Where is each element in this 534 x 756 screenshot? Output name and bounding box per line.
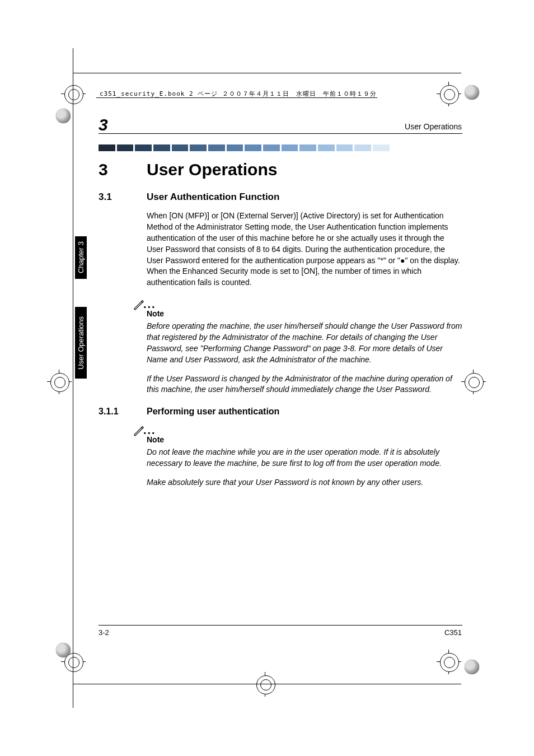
heading-3-number: 3.1.1 xyxy=(99,407,129,417)
footer-page-number: 3-2 xyxy=(99,628,109,637)
note-paragraph: Before operating the machine, the user h… xyxy=(147,321,462,366)
file-line: c351_security_E.book 2 ページ ２００７年４月１１日 水曜… xyxy=(100,90,377,98)
page-content: 3 User Operations 3.1 User Authenticatio… xyxy=(99,160,462,496)
heading-2: 3.1 User Authentication Function xyxy=(99,192,462,203)
dot-icon xyxy=(465,85,479,100)
paragraph: When [ON (MFP)] or [ON (External Server)… xyxy=(147,211,462,288)
heading-2-number: 3.1 xyxy=(99,192,129,203)
heading-1-number: 3 xyxy=(99,160,129,179)
footer-model: C351 xyxy=(444,628,462,637)
note-icon: ... xyxy=(132,296,462,309)
left-trim-rule xyxy=(73,48,73,708)
sidetab-section: User Operations xyxy=(75,307,87,379)
dash-bar xyxy=(99,144,462,151)
heading-1: 3 User Operations xyxy=(99,160,462,179)
dot-icon xyxy=(56,643,71,657)
heading-3-text: Performing user authentication xyxy=(147,407,279,417)
footer-rule xyxy=(99,625,462,626)
sidetab-section-label: User Operations xyxy=(77,312,85,374)
header-chapter-number: 3 xyxy=(99,115,108,134)
regmark-icon xyxy=(47,370,72,394)
note-paragraph: Make absolutely sure that your User Pass… xyxy=(147,477,462,488)
header-running-title: User Operations xyxy=(405,122,462,131)
dot-icon xyxy=(465,660,479,674)
note-paragraph: If the User Password is changed by the A… xyxy=(147,374,462,396)
dot-icon xyxy=(56,109,71,123)
regmark-icon xyxy=(461,370,486,394)
sidetab-chapter-label: Chapter 3 xyxy=(77,237,85,278)
note-icon: ... xyxy=(132,422,462,435)
heading-3: 3.1.1 Performing user authentication xyxy=(99,407,462,417)
heading-1-text: User Operations xyxy=(147,160,277,179)
note-paragraph: Do not leave the machine while you are i… xyxy=(147,447,462,469)
sidetab-chapter: Chapter 3 xyxy=(75,236,87,279)
heading-2-text: User Authentication Function xyxy=(147,192,279,203)
note-label: Note xyxy=(147,435,462,446)
header-rule xyxy=(99,133,462,134)
note-label: Note xyxy=(147,309,462,320)
